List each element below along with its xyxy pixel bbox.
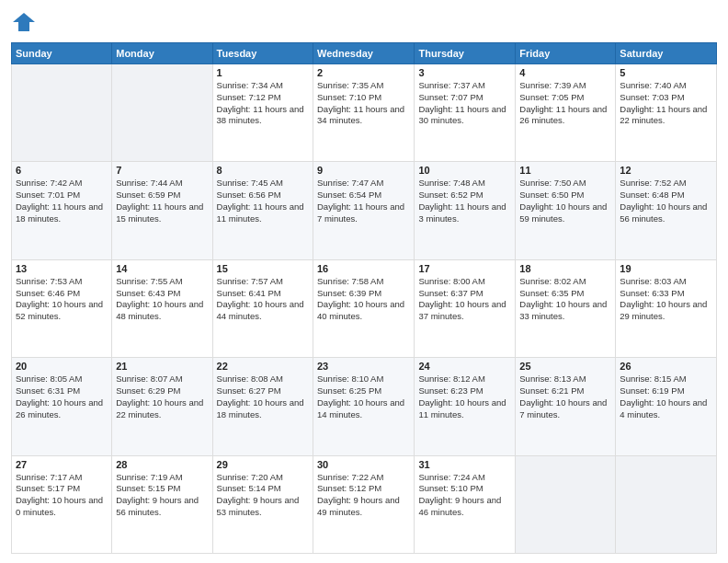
day-number: 8 — [217, 165, 309, 176]
day-info: Sunrise: 7:20 AMSunset: 5:14 PMDaylight:… — [217, 472, 309, 519]
day-info: Sunrise: 7:39 AMSunset: 7:05 PMDaylight:… — [519, 80, 611, 127]
day-number: 9 — [317, 165, 410, 176]
day-number: 12 — [620, 165, 712, 176]
calendar-cell: 14Sunrise: 7:55 AMSunset: 6:43 PMDayligh… — [112, 259, 212, 357]
calendar-cell: 13Sunrise: 7:53 AMSunset: 6:46 PMDayligh… — [12, 259, 112, 357]
day-info: Sunrise: 7:57 AMSunset: 6:41 PMDaylight:… — [217, 276, 309, 323]
weekday-header-tuesday: Tuesday — [212, 43, 313, 64]
day-number: 23 — [317, 361, 410, 372]
logo — [11, 9, 40, 35]
svg-marker-0 — [13, 13, 35, 31]
day-info: Sunrise: 7:35 AMSunset: 7:10 PMDaylight:… — [317, 80, 410, 127]
day-number: 24 — [418, 361, 511, 372]
calendar-table: SundayMondayTuesdayWednesdayThursdayFrid… — [11, 42, 717, 554]
day-number: 20 — [16, 361, 108, 372]
day-info: Sunrise: 8:10 AMSunset: 6:25 PMDaylight:… — [317, 373, 410, 420]
day-info: Sunrise: 8:03 AMSunset: 6:33 PMDaylight:… — [620, 276, 712, 323]
weekday-header-thursday: Thursday — [415, 43, 516, 64]
day-number: 19 — [620, 263, 712, 274]
day-info: Sunrise: 8:00 AMSunset: 6:37 PMDaylight:… — [418, 276, 511, 323]
day-number: 2 — [317, 67, 410, 78]
calendar-cell: 23Sunrise: 8:10 AMSunset: 6:25 PMDayligh… — [313, 358, 415, 455]
day-number: 31 — [418, 459, 511, 470]
calendar-week-1: 1Sunrise: 7:34 AMSunset: 7:12 PMDaylight… — [12, 64, 717, 162]
calendar-cell: 2Sunrise: 7:35 AMSunset: 7:10 PMDaylight… — [313, 64, 415, 162]
page-container: SundayMondayTuesdayWednesdayThursdayFrid… — [0, 0, 728, 563]
calendar-cell — [12, 64, 112, 162]
calendar-cell: 20Sunrise: 8:05 AMSunset: 6:31 PMDayligh… — [12, 358, 112, 455]
day-info: Sunrise: 8:13 AMSunset: 6:21 PMDaylight:… — [519, 373, 611, 420]
day-number: 3 — [418, 67, 511, 78]
calendar-cell: 7Sunrise: 7:44 AMSunset: 6:59 PMDaylight… — [112, 162, 212, 259]
calendar-week-3: 13Sunrise: 7:53 AMSunset: 6:46 PMDayligh… — [12, 259, 717, 357]
weekday-header-saturday: Saturday — [616, 43, 717, 64]
calendar-week-4: 20Sunrise: 8:05 AMSunset: 6:31 PMDayligh… — [12, 358, 717, 455]
calendar-cell: 22Sunrise: 8:08 AMSunset: 6:27 PMDayligh… — [212, 358, 313, 455]
calendar-cell — [616, 455, 717, 553]
calendar-cell: 12Sunrise: 7:52 AMSunset: 6:48 PMDayligh… — [616, 162, 717, 259]
day-number: 4 — [519, 67, 611, 78]
day-number: 28 — [116, 459, 208, 470]
calendar-cell: 27Sunrise: 7:17 AMSunset: 5:17 PMDayligh… — [12, 455, 112, 553]
day-info: Sunrise: 7:48 AMSunset: 6:52 PMDaylight:… — [418, 178, 511, 224]
day-info: Sunrise: 7:47 AMSunset: 6:54 PMDaylight:… — [317, 178, 410, 224]
day-info: Sunrise: 7:58 AMSunset: 6:39 PMDaylight:… — [317, 276, 410, 323]
day-number: 13 — [16, 263, 108, 274]
calendar-cell: 8Sunrise: 7:45 AMSunset: 6:56 PMDaylight… — [212, 162, 313, 259]
day-number: 21 — [116, 361, 208, 372]
day-number: 18 — [519, 263, 611, 274]
day-info: Sunrise: 7:52 AMSunset: 6:48 PMDaylight:… — [620, 178, 712, 224]
day-number: 22 — [217, 361, 309, 372]
day-info: Sunrise: 8:08 AMSunset: 6:27 PMDaylight:… — [217, 373, 309, 420]
day-info: Sunrise: 8:07 AMSunset: 6:29 PMDaylight:… — [116, 373, 208, 420]
calendar-cell: 3Sunrise: 7:37 AMSunset: 7:07 PMDaylight… — [415, 64, 516, 162]
day-info: Sunrise: 7:40 AMSunset: 7:03 PMDaylight:… — [620, 80, 712, 127]
day-info: Sunrise: 7:17 AMSunset: 5:17 PMDaylight:… — [16, 472, 108, 519]
calendar-cell: 9Sunrise: 7:47 AMSunset: 6:54 PMDaylight… — [313, 162, 415, 259]
day-number: 29 — [217, 459, 309, 470]
day-number: 11 — [519, 165, 611, 176]
calendar-cell: 24Sunrise: 8:12 AMSunset: 6:23 PMDayligh… — [415, 358, 516, 455]
header — [11, 9, 717, 35]
day-number: 7 — [116, 165, 208, 176]
day-info: Sunrise: 7:55 AMSunset: 6:43 PMDaylight:… — [116, 276, 208, 323]
calendar-cell: 17Sunrise: 8:00 AMSunset: 6:37 PMDayligh… — [415, 259, 516, 357]
calendar-cell: 6Sunrise: 7:42 AMSunset: 7:01 PMDaylight… — [12, 162, 112, 259]
calendar-cell: 21Sunrise: 8:07 AMSunset: 6:29 PMDayligh… — [112, 358, 212, 455]
day-info: Sunrise: 8:02 AMSunset: 6:35 PMDaylight:… — [519, 276, 611, 323]
weekday-header-sunday: Sunday — [12, 43, 112, 64]
day-info: Sunrise: 7:34 AMSunset: 7:12 PMDaylight:… — [217, 80, 309, 127]
calendar-cell: 28Sunrise: 7:19 AMSunset: 5:15 PMDayligh… — [112, 455, 212, 553]
calendar-cell: 26Sunrise: 8:15 AMSunset: 6:19 PMDayligh… — [616, 358, 717, 455]
calendar-cell — [112, 64, 212, 162]
weekday-header-monday: Monday — [112, 43, 212, 64]
day-number: 27 — [16, 459, 108, 470]
calendar-header-row: SundayMondayTuesdayWednesdayThursdayFrid… — [12, 43, 717, 64]
calendar-cell: 16Sunrise: 7:58 AMSunset: 6:39 PMDayligh… — [313, 259, 415, 357]
day-info: Sunrise: 7:44 AMSunset: 6:59 PMDaylight:… — [116, 178, 208, 224]
day-info: Sunrise: 8:05 AMSunset: 6:31 PMDaylight:… — [16, 373, 108, 420]
logo-icon — [11, 9, 37, 35]
calendar-cell: 1Sunrise: 7:34 AMSunset: 7:12 PMDaylight… — [212, 64, 313, 162]
day-number: 17 — [418, 263, 511, 274]
day-number: 1 — [217, 67, 309, 78]
calendar-cell: 11Sunrise: 7:50 AMSunset: 6:50 PMDayligh… — [516, 162, 616, 259]
calendar-cell: 4Sunrise: 7:39 AMSunset: 7:05 PMDaylight… — [516, 64, 616, 162]
calendar-cell: 10Sunrise: 7:48 AMSunset: 6:52 PMDayligh… — [415, 162, 516, 259]
calendar-cell: 15Sunrise: 7:57 AMSunset: 6:41 PMDayligh… — [212, 259, 313, 357]
calendar-cell: 30Sunrise: 7:22 AMSunset: 5:12 PMDayligh… — [313, 455, 415, 553]
day-info: Sunrise: 8:12 AMSunset: 6:23 PMDaylight:… — [418, 373, 511, 420]
day-info: Sunrise: 7:19 AMSunset: 5:15 PMDaylight:… — [116, 472, 208, 519]
calendar-cell: 29Sunrise: 7:20 AMSunset: 5:14 PMDayligh… — [212, 455, 313, 553]
day-number: 15 — [217, 263, 309, 274]
day-number: 26 — [620, 361, 712, 372]
day-info: Sunrise: 7:50 AMSunset: 6:50 PMDaylight:… — [519, 178, 611, 224]
calendar-week-5: 27Sunrise: 7:17 AMSunset: 5:17 PMDayligh… — [12, 455, 717, 553]
calendar-cell: 19Sunrise: 8:03 AMSunset: 6:33 PMDayligh… — [616, 259, 717, 357]
calendar-cell: 31Sunrise: 7:24 AMSunset: 5:10 PMDayligh… — [415, 455, 516, 553]
day-number: 6 — [16, 165, 108, 176]
day-info: Sunrise: 7:22 AMSunset: 5:12 PMDaylight:… — [317, 472, 410, 519]
day-number: 14 — [116, 263, 208, 274]
day-number: 5 — [620, 67, 712, 78]
weekday-header-friday: Friday — [516, 43, 616, 64]
